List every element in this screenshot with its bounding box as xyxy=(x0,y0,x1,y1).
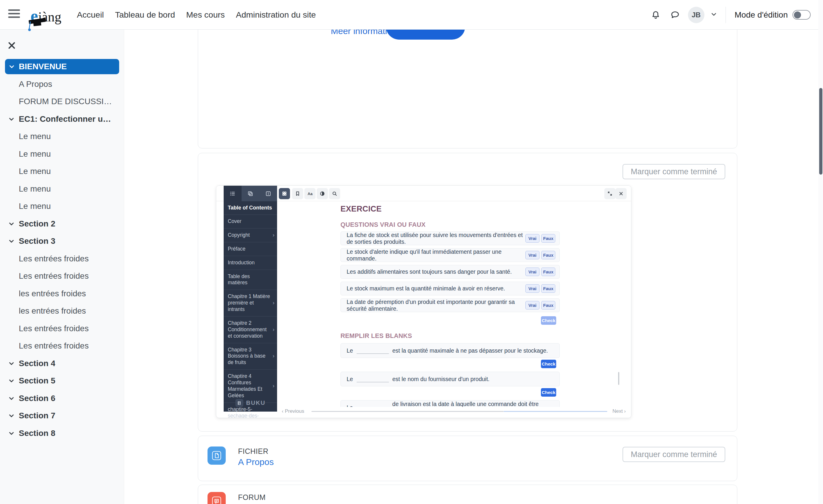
pager-progress-track[interactable] xyxy=(311,411,504,412)
gallery-tab[interactable] xyxy=(241,186,260,201)
file-activity-link[interactable]: A Propos xyxy=(238,457,274,467)
reader-content: EXERCICE QUESTIONS VRAI OU FAUX La fiche… xyxy=(277,201,631,411)
avatar[interactable]: JB xyxy=(688,7,704,23)
vrai-button[interactable]: Vrai xyxy=(525,234,539,243)
toc-item[interactable]: Chapitre 2 Conditionnement et conservati… xyxy=(224,316,277,343)
blank-input[interactable] xyxy=(357,347,389,354)
bookmark-button[interactable] xyxy=(292,188,303,199)
mark-done-button[interactable]: Marquer comme terminé xyxy=(623,447,725,462)
vrai-button[interactable]: Vrai xyxy=(525,268,539,276)
toc-item-label: Table des matières xyxy=(228,273,270,286)
sidebar-item[interactable]: Section 6 xyxy=(0,390,124,407)
sidebar-item[interactable]: A Propos xyxy=(0,75,124,93)
true-false-question-row: La fiche de stock est utilisée pour suiv… xyxy=(340,231,560,245)
toc-item[interactable]: Cover › xyxy=(224,215,277,229)
reader-scrollbar[interactable] xyxy=(618,372,619,385)
sidebar-item[interactable]: Section 3 xyxy=(0,233,124,250)
sidebar-item[interactable]: Le menu xyxy=(0,128,124,146)
page-scrollbar-thumb[interactable] xyxy=(819,88,822,175)
sidebar-item-label: EC1: Confectionner une e... xyxy=(19,114,116,124)
nav-link[interactable]: Tableau de bord xyxy=(115,10,175,20)
info-icon xyxy=(265,191,271,197)
question-text: Le stock d'alerte indique qu'il faut imm… xyxy=(347,248,525,262)
sidebar-item[interactable]: Les entrées froides xyxy=(0,320,124,337)
sidebar-item-label: Les entrées froides xyxy=(19,341,89,350)
sidebar-item-label: les entrées froides xyxy=(19,306,86,316)
sidebar-item[interactable]: Le menu xyxy=(0,163,124,181)
sidebar-item-label: BIENVENUE xyxy=(19,62,66,71)
exercise-page: EXERCICE QUESTIONS VRAI OU FAUX La fiche… xyxy=(340,205,560,411)
chevron-down-icon xyxy=(9,361,14,366)
faux-button[interactable]: Faux xyxy=(541,268,555,276)
faux-button[interactable]: Faux xyxy=(541,284,555,293)
faux-button[interactable]: Faux xyxy=(541,251,555,259)
previous-page-button[interactable]: ‹ Previous xyxy=(282,408,304,414)
toc-item[interactable]: Table des matières › xyxy=(224,270,277,290)
toc-item[interactable]: Copyright › xyxy=(224,229,277,242)
grid-view-button[interactable] xyxy=(279,188,290,199)
sidebar-close-button[interactable] xyxy=(8,41,16,50)
nav-link[interactable]: Mes cours xyxy=(186,10,224,20)
nav-link[interactable]: Administration du site xyxy=(236,10,316,20)
page-scrollbar[interactable] xyxy=(818,0,823,504)
sidebar-item[interactable]: EC1: Confectionner une e... xyxy=(0,110,124,128)
sidebar-item[interactable]: Les entrées froides xyxy=(0,337,124,355)
course-index-sidebar: BIENVENUE A Propos FORUM DE DISCUSSION xyxy=(0,30,124,504)
sidebar-item[interactable]: FORUM DE DISCUSSION xyxy=(0,93,124,110)
sidebar-item-label: Section 5 xyxy=(19,376,55,386)
sidebar-item[interactable]: Section 4 xyxy=(0,355,124,372)
vrai-button[interactable]: Vrai xyxy=(525,301,539,309)
toc-item[interactable]: Chapitre 3 Boissons à base de fruits › xyxy=(224,343,277,370)
sidebar-item[interactable]: Section 5 xyxy=(0,372,124,390)
toc-item-label: chaptire-5-sechage-des-fruits-et-des-leg… xyxy=(228,406,270,418)
sidebar-item-label: Le menu xyxy=(19,167,51,176)
vrai-button[interactable]: Vrai xyxy=(525,251,539,259)
check-button-blank[interactable]: Check xyxy=(541,360,556,368)
edit-mode-toggle[interactable] xyxy=(793,10,811,20)
toc-item[interactable]: Chaptire 4 Confitures Marmelades Et Gelé… xyxy=(224,369,277,403)
question-text: Le stock maximum est la quantité minimal… xyxy=(347,285,525,292)
next-page-button[interactable]: Next › xyxy=(613,408,626,414)
sidebar-item[interactable]: BIENVENUE xyxy=(5,59,119,74)
blank-input[interactable] xyxy=(357,376,389,382)
faux-button[interactable]: Faux xyxy=(541,234,555,243)
chevron-down-icon xyxy=(711,11,717,17)
sidebar-item[interactable]: Section 8 xyxy=(0,425,124,442)
notifications-button[interactable] xyxy=(649,8,662,21)
check-button-true-false[interactable]: Check xyxy=(541,316,556,325)
mark-done-button[interactable]: Marquer comme terminé xyxy=(623,164,725,179)
forum-icon xyxy=(211,496,222,504)
toc-item[interactable]: Préface › xyxy=(224,242,277,256)
close-icon xyxy=(619,191,624,196)
faux-button[interactable]: Faux xyxy=(541,301,555,309)
messages-button[interactable] xyxy=(669,8,681,21)
hamburger-menu-button[interactable] xyxy=(8,9,21,21)
info-tab[interactable] xyxy=(259,186,277,201)
site-logo[interactable]: ejàng xyxy=(30,4,84,28)
theme-contrast-button[interactable] xyxy=(317,188,328,199)
sidebar-item[interactable]: Le menu xyxy=(0,145,124,163)
user-menu-chevron[interactable] xyxy=(711,11,717,18)
sidebar-item[interactable]: les entrées froides xyxy=(0,285,124,302)
search-button[interactable] xyxy=(329,188,340,199)
close-icon xyxy=(8,41,16,50)
sidebar-item[interactable]: Section 2 xyxy=(0,215,124,233)
toc-item[interactable]: Chapitre 1 Matière première et intrants … xyxy=(224,290,277,316)
vrai-button[interactable]: Vrai xyxy=(525,284,539,293)
sidebar-item[interactable]: Le menu xyxy=(0,180,124,198)
fullscreen-button[interactable] xyxy=(604,188,616,199)
toc-header: Table of Contents xyxy=(224,201,277,215)
pager-progress-remaining[interactable] xyxy=(504,411,607,412)
toc-item-label: Copyright xyxy=(228,232,250,239)
sidebar-item[interactable]: Les entrées froides xyxy=(0,268,124,285)
toc-item[interactable]: Introduction › xyxy=(224,256,277,270)
nav-link[interactable]: Accueil xyxy=(77,10,104,20)
sidebar-item[interactable]: les entrées froides xyxy=(0,302,124,320)
reader-close-button[interactable] xyxy=(616,188,627,199)
sidebar-item[interactable]: Les entrées froides xyxy=(0,250,124,268)
sidebar-item[interactable]: Section 7 xyxy=(0,407,124,425)
font-settings-button[interactable]: Aa xyxy=(304,188,316,199)
sidebar-item[interactable]: Le menu xyxy=(0,198,124,215)
toc-tab[interactable] xyxy=(224,186,241,201)
check-button-blank[interactable]: Check xyxy=(541,388,556,397)
